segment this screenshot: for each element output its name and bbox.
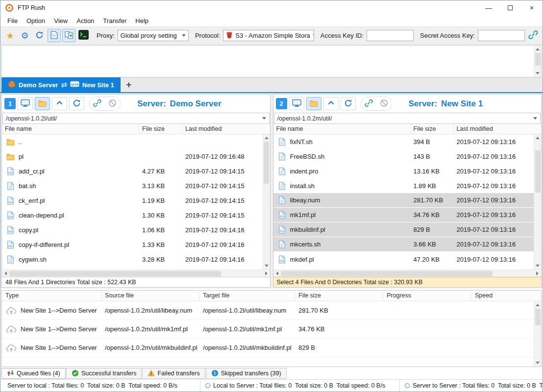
column-type[interactable]: Type (2, 291, 101, 301)
column-file-name[interactable]: File name (2, 124, 139, 134)
bottom-tab[interactable]: Failed transfers (142, 368, 205, 379)
file-row[interactable]: </> clean-depend.pl 1.30 KB 2019-07-12 0… (2, 208, 263, 222)
file-row[interactable]: install.sh 1.89 KB 2019-07-12 09:13:16 (273, 178, 534, 193)
file-row[interactable]: pl 2019-07-12 09:16:48 (2, 149, 263, 164)
path-combobox[interactable]: /openssl-1.0.2l/util/ (2, 113, 270, 124)
v-scrollbar[interactable] (263, 134, 270, 270)
column-file-size[interactable]: File size (139, 124, 182, 134)
local-browser-button[interactable] (289, 97, 304, 110)
file-row[interactable]: </> mk1mf.pl 34.76 KB 2019-07-12 09:13:1… (273, 208, 534, 222)
log-view-button[interactable] (48, 29, 61, 42)
protocol-select[interactable]: S3 - Amazon Simple Stora (223, 30, 314, 41)
scroll-down-button[interactable] (534, 70, 542, 77)
queue-type: New Site 1-->Demo Server (21, 344, 97, 351)
synchronize-button[interactable] (62, 29, 75, 42)
file-row[interactable]: cygwin.sh 3.28 KB 2019-07-12 09:14:16 (2, 252, 263, 267)
scroll-down-button[interactable] (534, 262, 542, 270)
status-bar: Server to local : Total files: 0 Total s… (0, 379, 543, 392)
abort-button[interactable] (376, 97, 392, 110)
proxy-select[interactable]: Global proxy setting (118, 30, 189, 41)
local-browser-button[interactable] (18, 97, 33, 110)
new-tab-button[interactable]: + (121, 77, 137, 92)
scroll-thumb[interactable] (264, 142, 269, 184)
menu-item[interactable]: Transfer (99, 16, 131, 26)
file-row[interactable]: FreeBSD.sh 143 B 2019-07-12 09:13:16 (273, 149, 534, 164)
file-row[interactable]: fixNT.sh 394 B 2019-07-12 09:13:16 (273, 134, 534, 149)
parent-directory-button[interactable] (52, 97, 67, 110)
column-file-size[interactable]: File size (295, 291, 383, 301)
console-button[interactable] (77, 29, 90, 42)
column-last-modified[interactable]: Last modified (182, 124, 263, 134)
favorites-button[interactable]: ★ (3, 29, 17, 42)
scroll-thumb[interactable] (9, 271, 221, 276)
refresh-pane-button[interactable] (341, 97, 356, 110)
file-row[interactable]: </> copy.pl 1.06 KB 2019-07-12 09:14:16 (2, 222, 263, 237)
menu-item[interactable]: Option (22, 16, 49, 26)
file-row[interactable]: mkcerts.sh 3.66 KB 2019-07-12 09:13:16 (273, 237, 534, 252)
column-source-file[interactable]: Source file (101, 291, 199, 301)
column-speed[interactable]: Speed (471, 291, 534, 301)
connect-button[interactable] (361, 97, 376, 110)
queue-row[interactable]: New Site 1-->Demo Server /openssl-1.0.2m… (2, 339, 534, 357)
reconnect-button[interactable] (33, 29, 46, 42)
h-scrollbar[interactable] (2, 270, 270, 277)
remote-browser-button[interactable] (35, 97, 50, 110)
close-button[interactable]: × (521, 0, 543, 15)
queue-row[interactable]: New Site 1-->Demo Server /openssl-1.0.2m… (2, 320, 534, 339)
column-target-file[interactable]: Target file (199, 291, 295, 301)
h-scrollbar[interactable] (273, 270, 542, 277)
refresh-pane-button[interactable] (69, 97, 84, 110)
scroll-thumb[interactable] (535, 150, 541, 193)
menu-item[interactable]: Help (131, 16, 153, 26)
connect-key-button[interactable] (526, 29, 540, 42)
column-progress[interactable]: Progress (383, 291, 471, 301)
v-scrollbar[interactable] (534, 134, 541, 270)
menu-item[interactable]: View (49, 16, 72, 26)
column-last-modified[interactable]: Last modified (454, 124, 534, 134)
file-row[interactable]: </> mkbuildinf.pl 829 B 2019-07-12 09:13… (273, 222, 534, 237)
scroll-right-button[interactable] (534, 270, 541, 277)
secret-key-input[interactable] (478, 30, 525, 41)
file-name-cell: libeay.num (273, 196, 411, 204)
scroll-left-button[interactable] (2, 270, 9, 277)
file-row[interactable]: </> copy-if-different.pl 1.33 KB 2019-07… (2, 237, 263, 252)
parent-directory-button[interactable] (323, 97, 339, 110)
scroll-up-button[interactable] (534, 46, 542, 53)
column-file-name[interactable]: File name (273, 124, 411, 134)
scroll-right-button[interactable] (263, 270, 270, 277)
log-scrollbar[interactable] (534, 46, 541, 77)
file-row[interactable]: </> add_cr.pl 4.27 KB 2019-07-12 09:14:1… (2, 164, 263, 178)
scroll-down-button[interactable] (534, 359, 542, 367)
file-row[interactable]: </> mkdef.pl 47.20 KB 2019-07-12 09:13:1… (273, 252, 534, 267)
column-file-size[interactable]: File size (411, 124, 454, 134)
menu-item[interactable]: Action (72, 16, 99, 26)
maximize-button[interactable] (499, 0, 521, 15)
scroll-thumb[interactable] (535, 53, 541, 66)
menu-item[interactable]: File (3, 16, 22, 26)
session-tab[interactable]: Demo Server ⇄ SFTP New Site 1 (1, 77, 121, 92)
path-combobox[interactable]: /openssl-1.0.2m/util/ (274, 113, 541, 124)
access-key-input[interactable] (367, 30, 414, 41)
file-row[interactable]: .. (2, 134, 263, 149)
settings-button[interactable]: ⚙ (18, 29, 31, 42)
queue-row[interactable]: New Site 1-->Demo Server /openssl-1.0.2m… (2, 301, 534, 320)
file-row[interactable]: indent.pro 13.16 KB 2019-07-12 09:13:16 (273, 164, 534, 178)
scroll-up-button[interactable] (534, 134, 542, 142)
remote-browser-button[interactable] (306, 97, 321, 110)
scroll-up-button[interactable] (263, 134, 270, 142)
scroll-up-button[interactable] (534, 301, 542, 309)
queue-scrollbar[interactable] (534, 301, 541, 367)
scroll-thumb[interactable] (535, 309, 541, 325)
bottom-tab[interactable]: Successful transfers (66, 368, 142, 379)
bottom-tab[interactable]: Skipped transfers (39) (206, 368, 287, 379)
connect-button[interactable] (90, 97, 105, 110)
bottom-tab[interactable]: Queued files (4) (1, 368, 66, 379)
scroll-thumb[interactable] (281, 271, 493, 276)
minimize-button[interactable]: — (478, 0, 499, 15)
scroll-down-button[interactable] (263, 262, 270, 270)
scroll-left-button[interactable] (273, 270, 281, 277)
file-row[interactable]: </> ck_errf.pl 1.19 KB 2019-07-12 09:14:… (2, 193, 263, 208)
file-row[interactable]: bat.sh 3.13 KB 2019-07-12 09:14:15 (2, 178, 263, 193)
file-row[interactable]: libeay.num 281.70 KB 2019-07-12 09:13:16 (273, 193, 534, 208)
abort-button[interactable] (105, 97, 120, 110)
